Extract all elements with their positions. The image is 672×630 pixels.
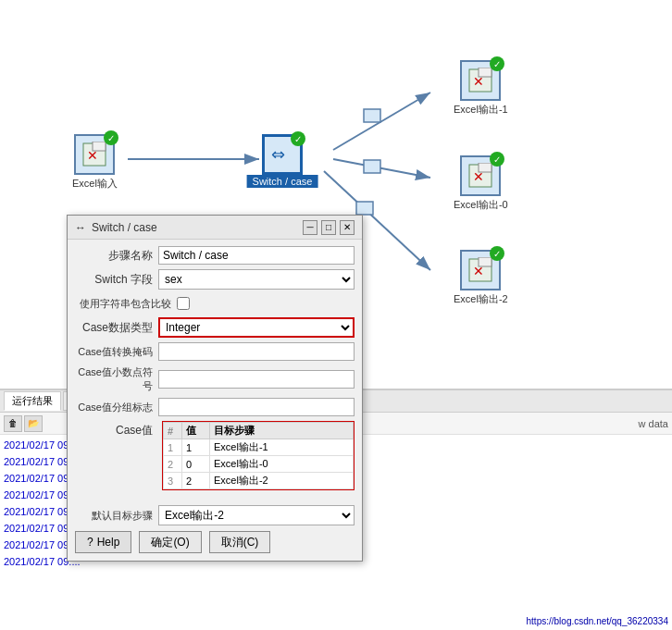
svg-rect-17	[479, 163, 492, 172]
dialog-controls: ─ □ ✕	[303, 220, 355, 235]
switch-case-sublabel: Switch / case	[247, 175, 318, 188]
excel-out-1-node[interactable]: ✓ ✕ Excel输出-1	[454, 60, 508, 117]
excel-out-2-node[interactable]: ✓ ✕ Excel输出-2	[454, 250, 508, 306]
switch-field-label: Switch 字段	[75, 272, 158, 288]
dialog-title-icon: ↔	[75, 221, 86, 234]
switch-field-row: Switch 字段 sex	[75, 269, 355, 290]
case-table-row-0: 1 1 Excel输出-1	[164, 439, 354, 456]
svg-rect-7	[356, 202, 373, 215]
step-name-row: 步骤名称	[75, 245, 355, 266]
svg-line-3	[333, 159, 430, 178]
excel-out-2-box: ✓ ✕	[460, 250, 501, 290]
svg-rect-5	[364, 109, 380, 122]
case-row-val-0: 1	[182, 439, 210, 456]
cancel-button[interactable]: 取消(C)	[209, 531, 271, 553]
svg-text:⇔: ⇔	[271, 145, 285, 164]
dialog-btn-row: ? Help 确定(O) 取消(C)	[75, 531, 355, 553]
case-group-label: Case值分组标志	[75, 401, 158, 414]
default-step-select[interactable]: Excel输出-2	[158, 505, 355, 525]
svg-rect-20	[479, 257, 492, 266]
switch-case-node[interactable]: ✓ ⇔ Switch / case	[262, 134, 303, 175]
excel-out-0-box: ✓ ✕	[460, 155, 501, 196]
case-table-row-1: 2 0 Excel输出-0	[164, 456, 354, 473]
log-data-label: w data	[639, 418, 668, 429]
excel-input-check: ✓	[104, 130, 118, 145]
case-data-type-label: Case数据类型	[75, 320, 158, 336]
svg-line-2	[333, 93, 430, 150]
case-decimal-row: Case值小数点符号	[75, 365, 355, 393]
excel-input-icon: ✕	[81, 142, 107, 167]
case-row-step-2: Excel输出-2	[210, 473, 354, 489]
case-values-table: # 值 目标步骤 1 1 Excel输出-1 2 0 Excel输出-0 3 2…	[163, 422, 354, 489]
log-clear-btn[interactable]: 🗑	[4, 415, 22, 432]
step-name-label: 步骤名称	[75, 248, 158, 264]
excel-out-0-node[interactable]: ✓ ✕ Excel输出-0	[454, 155, 508, 212]
dialog-close-btn[interactable]: ✕	[340, 220, 355, 235]
step-name-input[interactable]	[158, 246, 355, 265]
ok-button[interactable]: 确定(O)	[139, 531, 201, 553]
case-values-row: Case值 # 值 目标步骤 1 1 Excel输出-1 2 0	[75, 421, 355, 490]
case-table-body: 1 1 Excel输出-1 2 0 Excel输出-0 3 2 Excel输出-…	[164, 439, 354, 489]
case-convert-mask-label: Case值转换掩码	[75, 345, 158, 359]
case-group-input[interactable]	[158, 398, 355, 416]
svg-rect-10	[93, 142, 106, 151]
log-tab-run-result[interactable]: 运行结果	[4, 391, 61, 411]
case-values-label: Case值	[75, 421, 158, 439]
case-group-row: Case值分组标志	[75, 397, 355, 417]
case-data-type-row: Case数据类型 Integer	[75, 317, 355, 338]
dialog-maximize-btn[interactable]: □	[321, 220, 336, 235]
use-string-compare-checkbox[interactable]	[177, 297, 190, 310]
case-convert-mask-input[interactable]	[158, 342, 355, 361]
switch-field-select[interactable]: sex	[158, 269, 355, 290]
switch-case-icon: ⇔	[269, 144, 295, 165]
case-values-table-container: # 值 目标步骤 1 1 Excel输出-1 2 0 Excel输出-0 3 2…	[162, 421, 355, 490]
dialog-body: 步骤名称 Switch 字段 sex 使用字符串包含比较 Case数据类型 In…	[68, 240, 362, 500]
excel-out-1-label: Excel输出-1	[454, 103, 508, 117]
dialog-title-text: Switch / case	[92, 221, 157, 234]
case-data-type-select[interactable]: Integer	[158, 317, 355, 338]
excel-out-1-box: ✓ ✕	[460, 60, 501, 101]
use-string-compare-label: 使用字符串包含比较	[75, 297, 177, 311]
excel-out-0-icon: ✕	[467, 163, 493, 189]
case-row-step-0: Excel输出-1	[210, 439, 354, 456]
log-tab-run-result-label: 运行结果	[12, 395, 53, 406]
case-row-num-2: 3	[164, 473, 182, 489]
switch-case-box: ✓ ⇔	[262, 134, 303, 175]
dialog-titlebar: ↔ Switch / case ─ □ ✕	[68, 216, 362, 240]
excel-out-2-icon: ✕	[467, 257, 493, 283]
excel-out-1-icon: ✕	[467, 68, 493, 93]
switch-case-dialog: ↔ Switch / case ─ □ ✕ 步骤名称 Switch 字段 sex…	[67, 215, 363, 562]
case-convert-mask-row: Case值转换掩码	[75, 341, 355, 362]
excel-input-node[interactable]: ✓ ✕ Excel输入	[72, 134, 118, 191]
case-decimal-label: Case值小数点符号	[75, 365, 158, 393]
help-button[interactable]: ? Help	[75, 531, 131, 553]
dialog-minimize-btn[interactable]: ─	[303, 220, 317, 235]
col-header-step: 目标步骤	[210, 423, 354, 439]
log-open-btn[interactable]: 📂	[24, 415, 43, 432]
case-row-num-1: 2	[164, 456, 182, 473]
default-step-label: 默认目标步骤	[75, 509, 158, 523]
excel-out-2-label: Excel输出-2	[454, 292, 508, 306]
excel-out-0-label: Excel输出-0	[454, 198, 508, 212]
case-table-header-row: # 值 目标步骤	[164, 423, 354, 439]
excel-out-0-check: ✓	[490, 152, 504, 167]
case-row-val-2: 2	[182, 473, 210, 489]
help-icon: ?	[87, 536, 93, 549]
col-header-num: #	[164, 423, 182, 439]
excel-input-label: Excel输入	[72, 177, 118, 191]
dialog-title: ↔ Switch / case	[75, 221, 157, 234]
svg-rect-6	[364, 160, 380, 173]
dialog-footer: 默认目标步骤 Excel输出-2 ? Help 确定(O) 取消(C)	[68, 500, 362, 561]
excel-input-box: ✓ ✕	[74, 134, 115, 175]
default-step-row: 默认目标步骤 Excel输出-2	[75, 505, 355, 525]
watermark: https://blog.csdn.net/qq_36220334	[527, 616, 668, 626]
case-row-step-1: Excel输出-0	[210, 456, 354, 473]
excel-out-2-check: ✓	[490, 246, 504, 261]
case-decimal-input[interactable]	[158, 370, 355, 389]
case-row-num-0: 1	[164, 439, 182, 456]
svg-rect-14	[479, 68, 492, 77]
switch-case-check: ✓	[291, 131, 305, 146]
excel-out-1-check: ✓	[490, 56, 504, 71]
help-label: Help	[97, 536, 120, 549]
use-string-compare-row: 使用字符串包含比较	[75, 293, 355, 314]
